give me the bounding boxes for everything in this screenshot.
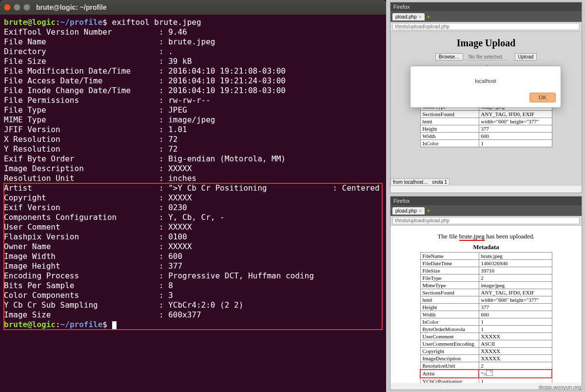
table-row: htmlwidth="600" height="377" xyxy=(420,118,552,125)
browser-content: Image Upload Browse… No file selected. U… xyxy=(390,32,582,186)
browser-content: The file brute.jpeg has been uploaded. M… xyxy=(390,226,582,383)
uploaded-filename: brute.jpeg xyxy=(459,233,485,241)
terminal-titlebar: brute@logic: ~/profile xyxy=(0,0,386,15)
url-input[interactable]: t/tests/upload/upload.php xyxy=(392,217,580,224)
table-row: htmlwidth="600" height="377" xyxy=(420,296,552,304)
browser-titlebar: Firefox xyxy=(390,196,582,205)
new-tab-icon[interactable]: + xyxy=(427,13,430,20)
watermark: drops.wooyun.org xyxy=(539,384,581,390)
table-row: ResolutionUnit2 xyxy=(420,362,552,370)
table-row: YCbCrPositioning1 xyxy=(420,378,552,383)
metadata-table: FileNamebrute.jpegFileDateTime1460326946… xyxy=(420,252,552,383)
alert-ok-button[interactable]: OK xyxy=(529,93,556,102)
browser-tab[interactable]: pload.php × xyxy=(392,13,425,20)
table-row: SectionsFoundANY_TAG, IFD0, EXIF xyxy=(420,289,552,296)
browser-status: from localhost… orola 1 xyxy=(390,178,449,186)
table-row: Artist"> xyxy=(420,370,552,378)
table-row: Height377 xyxy=(420,125,552,133)
table-row: Width600 xyxy=(420,133,552,140)
minimize-icon[interactable] xyxy=(14,4,20,11)
alert-dialog: localhost OK xyxy=(410,66,561,108)
metadata-caption: Metadata xyxy=(394,243,578,251)
new-tab-icon[interactable]: + xyxy=(427,207,430,215)
table-row: Width600 xyxy=(420,311,552,318)
file-status: No file selected. xyxy=(465,54,507,60)
alert-message: localhost xyxy=(410,66,561,90)
page-title: Image Upload xyxy=(394,38,578,49)
upload-controls: Browse… No file selected. Upload xyxy=(394,54,578,59)
browser-tab[interactable]: pload.php × xyxy=(392,207,425,215)
table-row: FileSize39710 xyxy=(420,267,552,274)
browser-tabstrip: pload.php × + xyxy=(390,205,582,216)
table-row: SectionsFoundANY_TAG, IFD0, EXIF xyxy=(420,111,552,118)
tab-label: pload.php xyxy=(395,14,417,20)
table-row: ImageDescriptionXXXXX xyxy=(420,355,552,362)
close-icon[interactable] xyxy=(4,4,11,11)
table-row: ByteOrderMotorola1 xyxy=(420,326,552,333)
table-row: FileNamebrute.jpeg xyxy=(420,253,552,260)
browser-window-top: Firefox pload.php × + t/tests/upload/upl… xyxy=(390,2,582,193)
terminal-window: brute@logic: ~/profile brute@logic:~/pro… xyxy=(0,0,386,392)
browser-titlebar: Firefox xyxy=(390,2,582,11)
upload-success: The file brute.jpeg has been uploaded. xyxy=(394,233,578,240)
tab-label: pload.php xyxy=(395,208,417,214)
table-row: UserCommentEncodingASCII xyxy=(420,340,552,348)
upload-button[interactable]: Upload xyxy=(515,53,537,60)
table-row: CopyrightXXXXX xyxy=(420,348,552,355)
terminal-title: brute@logic: ~/profile xyxy=(36,3,107,11)
table-row: FileDateTime1460326946 xyxy=(420,260,552,267)
browser-urlbar: t/tests/upload/upload.php xyxy=(390,22,582,32)
table-row: IsColor1 xyxy=(420,318,552,326)
browser-window-bottom: Firefox pload.php × + t/tests/upload/upl… xyxy=(390,196,582,390)
broken-image-icon xyxy=(486,370,493,376)
table-row: UserCommentXXXXX xyxy=(420,333,552,340)
table-row: Height377 xyxy=(420,304,552,311)
tab-close-icon[interactable]: × xyxy=(419,208,422,214)
tab-close-icon[interactable]: × xyxy=(419,14,422,20)
browse-button[interactable]: Browse… xyxy=(435,53,463,60)
terminal-body[interactable]: brute@logic:~/profile$ exiftool brute.jp… xyxy=(0,15,386,333)
table-row: MimeTypeimage/jpeg xyxy=(420,282,552,289)
table-row: IsColor1 xyxy=(420,140,552,147)
browser-urlbar: t/tests/upload/upload.php xyxy=(390,216,582,226)
browser-tabstrip: pload.php × + xyxy=(390,11,582,22)
maximize-icon[interactable] xyxy=(23,4,30,11)
url-input[interactable]: t/tests/upload/upload.php xyxy=(392,23,580,30)
table-row: FileType2 xyxy=(420,274,552,282)
